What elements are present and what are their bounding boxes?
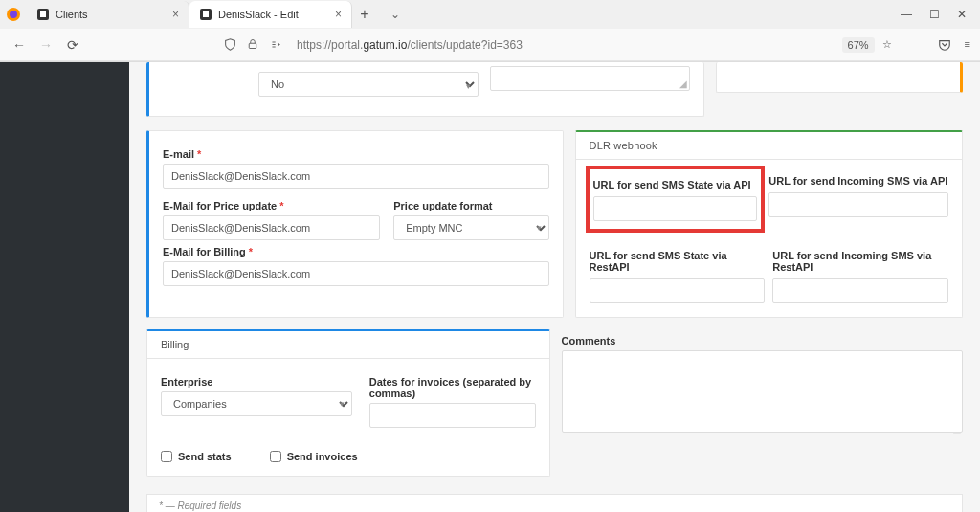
address-bar: ← → ⟳ https://portal.gatum.io/clients/up… [0, 29, 980, 61]
invoice-dates-input[interactable] [369, 403, 536, 428]
forward-icon[interactable]: → [36, 37, 56, 53]
url-display[interactable]: https://portal.gatum.io/clients/update?i… [293, 38, 835, 52]
send-stats-box[interactable] [161, 451, 172, 462]
address-right-icons: ☆ ≡ [882, 38, 970, 52]
tab-denisslack-edit[interactable]: DenisSlack - Edit × [189, 1, 352, 28]
permissions-icon[interactable] [270, 38, 285, 51]
invoice-dates-label: Dates for invoices (separated by commas) [369, 376, 536, 399]
dlr-incoming-rest-label: URL for send Incoming SMS via RestAPI [772, 250, 948, 273]
tab-title: Clients [56, 9, 167, 20]
comments-block: Comments ◢ [562, 329, 964, 477]
top-textarea[interactable]: ◢ [490, 66, 690, 91]
sidebar-dark [0, 62, 129, 512]
email-card: E-mail * E-Mail for Price update * Price… [146, 130, 564, 318]
dlr-incoming-api-label: URL for send Incoming SMS via API [768, 175, 948, 187]
send-invoices-checkbox[interactable]: Send invoices [270, 451, 358, 462]
new-tab-button[interactable]: + [352, 6, 377, 23]
pocket-icon[interactable] [938, 38, 951, 52]
dlr-incoming-rest-input[interactable] [772, 278, 948, 303]
send-invoices-box[interactable] [270, 451, 281, 462]
dlr-sms-state-api-input[interactable] [593, 196, 758, 221]
zoom-level[interactable]: 67% [842, 37, 875, 53]
send-stats-checkbox[interactable]: Send stats [161, 451, 232, 462]
svg-rect-5 [203, 11, 209, 17]
svg-rect-3 [40, 11, 46, 17]
dlr-sms-state-api-highlight: URL for send SMS State via API [586, 166, 766, 233]
close-window-icon[interactable]: ✕ [957, 8, 967, 21]
price-format-label: Price update format [393, 200, 548, 211]
enterprise-label: Enterprise [161, 376, 352, 388]
url-prefix: https://portal. [297, 38, 363, 52]
shield-icon[interactable] [224, 38, 239, 51]
address-security-icons [224, 38, 285, 51]
dlr-sms-state-rest-label: URL for send SMS State via RestAPI [590, 250, 766, 273]
tab-favicon-icon [199, 8, 212, 21]
top-select[interactable]: No [258, 72, 479, 97]
tab-clients[interactable]: Clients × [27, 1, 189, 28]
tab-title: DenisSlack - Edit [218, 9, 329, 20]
billing-header: Billing [147, 331, 549, 359]
top-left-card: No ◢ [146, 62, 704, 117]
comments-textarea[interactable] [562, 350, 964, 433]
page: No ◢ E-mail * [0, 62, 980, 512]
dlr-incoming-api-input[interactable] [768, 192, 948, 217]
reload-icon[interactable]: ⟳ [63, 37, 82, 53]
billing-card: Billing Enterprise Companies Dates for i… [146, 329, 550, 477]
browser-chrome: Clients × DenisSlack - Edit × + ⌄ — ☐ ✕ … [0, 0, 980, 62]
svg-rect-6 [249, 43, 256, 48]
comments-label: Comments [562, 335, 964, 346]
bookmark-icon[interactable]: ☆ [882, 38, 892, 52]
resize-handle-icon: ◢ [679, 78, 687, 89]
maximize-icon[interactable]: ☐ [929, 8, 940, 21]
dlr-header: DLR webhook [576, 132, 963, 160]
price-format-select[interactable]: Empty MNC [393, 215, 548, 240]
price-email-field[interactable] [163, 215, 380, 240]
firefox-icon [0, 1, 27, 28]
tab-bar: Clients × DenisSlack - Edit × + ⌄ — ☐ ✕ [0, 0, 980, 29]
lock-icon[interactable] [247, 38, 262, 51]
dlr-sms-state-rest-input[interactable] [590, 278, 766, 303]
url-domain: gatum.io [363, 38, 407, 52]
back-icon[interactable]: ← [10, 37, 29, 53]
minimize-icon[interactable]: — [901, 8, 912, 21]
top-right-card [716, 62, 963, 93]
required-fields-note: * — Required fields [146, 494, 963, 512]
enterprise-select[interactable]: Companies [161, 391, 352, 416]
tab-favicon-icon [36, 8, 50, 21]
close-icon[interactable]: × [335, 8, 342, 21]
price-email-label: E-Mail for Price update * [163, 200, 380, 211]
url-path: /clients/update?id=363 [407, 38, 522, 52]
email-field[interactable] [163, 164, 549, 189]
chevron-down-icon[interactable]: ⌄ [377, 8, 413, 21]
billing-email-field[interactable] [163, 261, 549, 286]
dlr-webhook-card: DLR webhook URL for send SMS State via A… [575, 130, 964, 318]
window-controls: — ☐ ✕ [901, 8, 980, 21]
close-icon[interactable]: × [172, 8, 179, 21]
email-label: E-mail * [163, 148, 549, 160]
svg-point-1 [10, 11, 17, 18]
content: No ◢ E-mail * [129, 62, 980, 512]
menu-icon[interactable]: ≡ [965, 38, 970, 52]
billing-email-label: E-Mail for Billing * [163, 246, 549, 257]
dlr-sms-state-api-label: URL for send SMS State via API [593, 179, 758, 190]
